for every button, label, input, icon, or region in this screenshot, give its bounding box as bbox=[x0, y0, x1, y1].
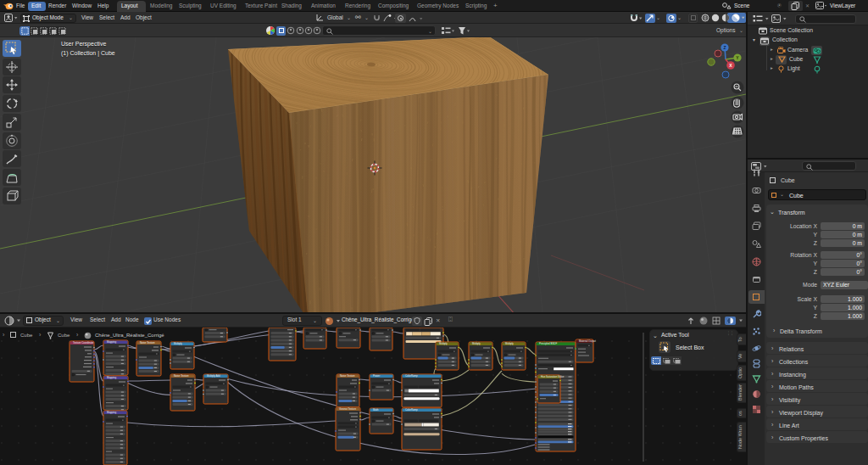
svg-text:Texture Coordinate: Texture Coordinate bbox=[73, 341, 94, 345]
svg-text:Multiply: Multiply bbox=[439, 342, 448, 345]
svg-text:Z: Z bbox=[723, 45, 726, 50]
svg-text:ColorRamp: ColorRamp bbox=[405, 408, 418, 412]
svg-text:Mapping: Mapping bbox=[107, 340, 116, 344]
svg-text:Math: Math bbox=[373, 408, 379, 412]
svg-text:Principled BSDF: Principled BSDF bbox=[539, 342, 557, 345]
svg-text:Noise Texture: Noise Texture bbox=[174, 374, 189, 378]
svg-text:Voronoi Texture: Voronoi Texture bbox=[339, 407, 356, 411]
svg-text:Mapping: Mapping bbox=[107, 411, 116, 414]
svg-text:Mapping: Mapping bbox=[107, 376, 116, 379]
svg-text:Noise Texture: Noise Texture bbox=[340, 374, 355, 378]
svg-text:Multiply: Multiply bbox=[472, 342, 481, 345]
svg-text:Multiply: Multiply bbox=[174, 342, 182, 345]
svg-text:Multiply: Multiply bbox=[505, 342, 514, 345]
svg-text:Material Output: Material Output bbox=[579, 339, 596, 343]
svg-text:Power: Power bbox=[373, 374, 380, 378]
svg-text:ColorRamp: ColorRamp bbox=[405, 374, 418, 378]
svg-text:Hue Saturation Value: Hue Saturation Value bbox=[541, 375, 565, 378]
svg-text:Noise Texture: Noise Texture bbox=[140, 341, 155, 345]
svg-text:Multiply Add: Multiply Add bbox=[207, 374, 220, 378]
